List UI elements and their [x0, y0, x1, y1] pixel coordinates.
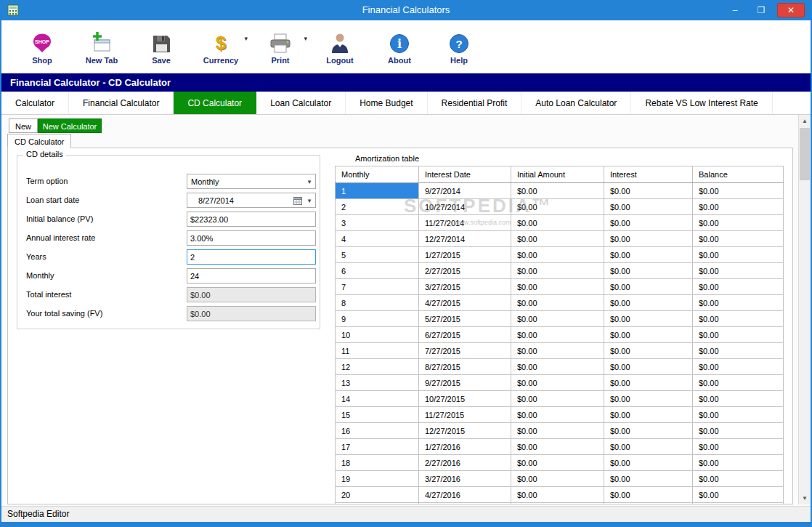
row-number-cell[interactable]: 18: [336, 455, 419, 471]
table-cell[interactable]: $0.00: [511, 343, 604, 359]
row-number-cell[interactable]: 10: [336, 327, 419, 343]
maximize-button[interactable]: ❐: [751, 3, 771, 17]
table-cell[interactable]: $0.00: [604, 487, 693, 503]
table-cell[interactable]: $0.00: [693, 471, 784, 487]
table-cell[interactable]: $0.00: [511, 247, 604, 263]
table-cell[interactable]: $0.00: [511, 455, 604, 471]
row-number-cell[interactable]: 13: [336, 375, 419, 391]
table-cell[interactable]: $0.00: [693, 455, 784, 471]
row-number-cell[interactable]: 9: [336, 311, 419, 327]
table-cell[interactable]: $0.00: [511, 391, 604, 407]
row-number-cell[interactable]: 2: [336, 199, 419, 215]
row-number-cell[interactable]: 20: [336, 487, 419, 503]
table-cell[interactable]: $0.00: [604, 231, 693, 247]
table-cell[interactable]: $0.00: [693, 343, 784, 359]
table-cell[interactable]: $0.00: [511, 199, 604, 215]
row-number-cell[interactable]: 3: [336, 215, 419, 231]
table-cell[interactable]: 10/27/2015: [419, 391, 511, 407]
column-header-monthly[interactable]: Monthly: [336, 166, 419, 183]
row-number-cell[interactable]: 15: [336, 407, 419, 423]
table-cell[interactable]: $0.00: [511, 487, 604, 503]
main-tab-financial-calculator[interactable]: Financial Calculator: [69, 92, 174, 114]
table-cell[interactable]: 9/27/2014: [419, 183, 511, 199]
table-cell[interactable]: $0.00: [693, 263, 784, 279]
table-cell[interactable]: $0.00: [604, 327, 693, 343]
column-header-balance[interactable]: Balance: [693, 166, 784, 183]
table-cell[interactable]: $0.00: [604, 375, 693, 391]
main-tab-cd-calculator[interactable]: CD Calculator: [174, 92, 256, 114]
table-cell[interactable]: $0.00: [511, 471, 604, 487]
table-cell[interactable]: $0.00: [511, 327, 604, 343]
table-cell[interactable]: $0.00: [511, 263, 604, 279]
table-cell[interactable]: $0.00: [511, 359, 604, 375]
row-number-cell[interactable]: 5: [336, 247, 419, 263]
table-cell[interactable]: $0.00: [604, 215, 693, 231]
chevron-down-icon[interactable]: ▾: [244, 35, 248, 42]
row-number-cell[interactable]: 7: [336, 279, 419, 295]
table-cell[interactable]: $0.00: [604, 247, 693, 263]
table-cell[interactable]: $0.00: [604, 263, 693, 279]
table-cell[interactable]: 10/27/2014: [419, 199, 511, 215]
loan-start-date-picker[interactable]: 8/27/2014 ▾: [187, 193, 316, 208]
sub-tab-new[interactable]: New: [9, 118, 38, 133]
main-tab-home-budget[interactable]: Home Budget: [346, 92, 427, 114]
years-input[interactable]: [187, 249, 316, 265]
close-button[interactable]: ✕: [777, 3, 805, 17]
print-button[interactable]: Print ▾: [257, 23, 304, 70]
table-cell[interactable]: $0.00: [604, 343, 693, 359]
table-cell[interactable]: 11/27/2014: [419, 215, 511, 231]
table-cell[interactable]: $0.00: [511, 439, 604, 455]
table-cell[interactable]: $0.00: [693, 295, 784, 311]
table-cell[interactable]: 4/27/2015: [419, 295, 511, 311]
table-cell[interactable]: $0.00: [693, 327, 784, 343]
row-number-cell[interactable]: 4: [336, 231, 419, 247]
table-cell[interactable]: $0.00: [693, 279, 784, 295]
table-cell[interactable]: 12/27/2015: [419, 423, 511, 439]
table-cell[interactable]: $0.00: [604, 183, 693, 199]
table-cell[interactable]: $0.00: [693, 407, 784, 423]
table-cell[interactable]: 9/27/2015: [419, 375, 511, 391]
vertical-scrollbar[interactable]: ▲ ▼: [798, 115, 811, 504]
row-number-cell[interactable]: 21: [336, 503, 419, 505]
row-number-cell[interactable]: 12: [336, 359, 419, 375]
row-number-cell[interactable]: 16: [336, 423, 419, 439]
table-cell[interactable]: 8/27/2015: [419, 359, 511, 375]
row-number-cell[interactable]: 17: [336, 439, 419, 455]
table-cell[interactable]: $0.00: [511, 311, 604, 327]
help-button[interactable]: ? Help: [436, 23, 482, 70]
table-cell[interactable]: $0.00: [511, 295, 604, 311]
table-cell[interactable]: $0.00: [604, 455, 693, 471]
table-cell[interactable]: $0.00: [693, 503, 784, 505]
table-cell[interactable]: 2/27/2015: [419, 263, 511, 279]
term-option-select[interactable]: Monthly ▾: [187, 174, 316, 189]
table-cell[interactable]: 2/27/2016: [419, 455, 511, 471]
table-cell[interactable]: $0.00: [511, 231, 604, 247]
table-cell[interactable]: $0.00: [604, 279, 693, 295]
table-cell[interactable]: $0.00: [604, 439, 693, 455]
scrollbar-thumb[interactable]: [800, 128, 810, 180]
row-number-cell[interactable]: 14: [336, 391, 419, 407]
table-cell[interactable]: $0.00: [604, 503, 693, 505]
main-tab-rebate-vs-low-interest[interactable]: Rebate VS Low Interest Rate: [631, 92, 772, 114]
table-cell[interactable]: $0.00: [604, 423, 693, 439]
about-button[interactable]: i About: [376, 23, 423, 70]
sub-tab-new-calculator[interactable]: New Calculator: [38, 118, 102, 133]
table-cell[interactable]: $0.00: [693, 183, 784, 199]
table-cell[interactable]: $0.00: [604, 295, 693, 311]
logout-button[interactable]: Logout: [317, 23, 363, 70]
table-cell[interactable]: $0.00: [511, 375, 604, 391]
row-number-cell[interactable]: 8: [336, 295, 419, 311]
table-cell[interactable]: 3/27/2016: [419, 471, 511, 487]
column-header-initial-amount[interactable]: Initial Amount: [511, 166, 604, 183]
table-cell[interactable]: 1/27/2016: [419, 439, 511, 455]
row-number-cell[interactable]: 6: [336, 263, 419, 279]
row-number-cell[interactable]: 11: [336, 343, 419, 359]
table-cell[interactable]: $0.00: [693, 231, 784, 247]
row-number-cell[interactable]: 1: [336, 183, 419, 199]
table-cell[interactable]: $0.00: [604, 311, 693, 327]
main-tab-auto-loan-calculator[interactable]: Auto Loan Calculator: [521, 92, 631, 114]
table-cell[interactable]: $0.00: [604, 359, 693, 375]
table-cell[interactable]: $0.00: [693, 391, 784, 407]
column-header-interest[interactable]: Interest: [604, 166, 693, 183]
table-cell[interactable]: 12/27/2014: [419, 231, 511, 247]
